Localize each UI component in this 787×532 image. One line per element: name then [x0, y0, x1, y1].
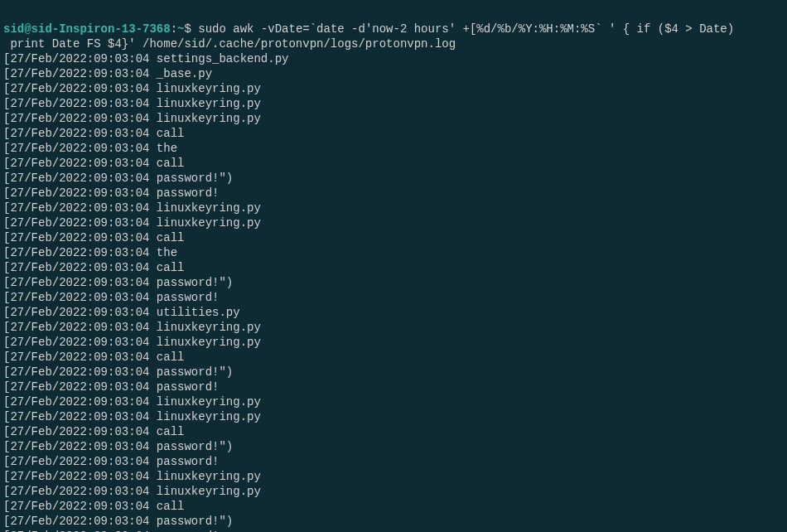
log-line: [27/Feb/2022:09:03:04 call: [3, 260, 784, 275]
log-line: [27/Feb/2022:09:03:04 linuxkeyring.py: [3, 96, 784, 111]
log-line: [27/Feb/2022:09:03:04 linuxkeyring.py: [3, 335, 784, 350]
prompt-symbol: $: [184, 22, 191, 36]
log-line: [27/Feb/2022:09:03:04 the: [3, 141, 784, 156]
log-line: [27/Feb/2022:09:03:04 _base.py: [3, 66, 784, 81]
log-line: [27/Feb/2022:09:03:04 utilities.py: [3, 305, 784, 320]
command-text-line1: sudo awk -vDate=`date -d'now-2 hours' +[…: [191, 22, 734, 36]
log-line: [27/Feb/2022:09:03:04 password!: [3, 380, 784, 394]
log-line: [27/Feb/2022:09:03:04 password!"): [3, 171, 784, 186]
log-line: [27/Feb/2022:09:03:04 call: [3, 156, 784, 171]
prompt-line: sid@sid-Inspiron-13-7368:~$ sudo awk -vD…: [3, 22, 734, 36]
log-line: [27/Feb/2022:09:03:04 linuxkeyring.py: [3, 484, 784, 499]
log-line: [27/Feb/2022:09:03:04 the: [3, 245, 784, 260]
log-line: [27/Feb/2022:09:03:04 password!: [3, 454, 784, 469]
log-line: [27/Feb/2022:09:03:04 password!: [3, 529, 784, 532]
log-line: [27/Feb/2022:09:03:04 linuxkeyring.py: [3, 215, 784, 230]
log-line: [27/Feb/2022:09:03:04 password!"): [3, 514, 784, 529]
log-output: [27/Feb/2022:09:03:04 settings_backend.p…: [3, 51, 784, 532]
log-line: [27/Feb/2022:09:03:04 call: [3, 350, 784, 365]
log-line: [27/Feb/2022:09:03:04 linuxkeyring.py: [3, 394, 784, 409]
log-line: [27/Feb/2022:09:03:04 linuxkeyring.py: [3, 469, 784, 484]
log-line: [27/Feb/2022:09:03:04 linuxkeyring.py: [3, 111, 784, 126]
log-line: [27/Feb/2022:09:03:04 call: [3, 424, 784, 439]
log-line: [27/Feb/2022:09:03:04 settings_backend.p…: [3, 51, 784, 66]
log-line: [27/Feb/2022:09:03:04 linuxkeyring.py: [3, 320, 784, 335]
log-line: [27/Feb/2022:09:03:04 password!: [3, 290, 784, 305]
log-line: [27/Feb/2022:09:03:04 call: [3, 499, 784, 514]
log-line: [27/Feb/2022:09:03:04 password!"): [3, 275, 784, 290]
log-line: [27/Feb/2022:09:03:04 linuxkeyring.py: [3, 409, 784, 424]
log-line: [27/Feb/2022:09:03:04 call: [3, 126, 784, 141]
log-line: [27/Feb/2022:09:03:04 password!"): [3, 439, 784, 454]
prompt-separator: :: [171, 22, 177, 36]
log-line: [27/Feb/2022:09:03:04 password!: [3, 186, 784, 201]
log-line: [27/Feb/2022:09:03:04 call: [3, 230, 784, 245]
log-line: [27/Feb/2022:09:03:04 linuxkeyring.py: [3, 81, 784, 96]
log-line: [27/Feb/2022:09:03:04 linuxkeyring.py: [3, 201, 784, 215]
command-text-line2: print Date FS $4}' /home/sid/.cache/prot…: [3, 37, 456, 51]
prompt-user-host: sid@sid-Inspiron-13-7368: [3, 22, 171, 36]
terminal-output[interactable]: sid@sid-Inspiron-13-7368:~$ sudo awk -vD…: [3, 7, 784, 532]
log-line: [27/Feb/2022:09:03:04 password!"): [3, 365, 784, 380]
